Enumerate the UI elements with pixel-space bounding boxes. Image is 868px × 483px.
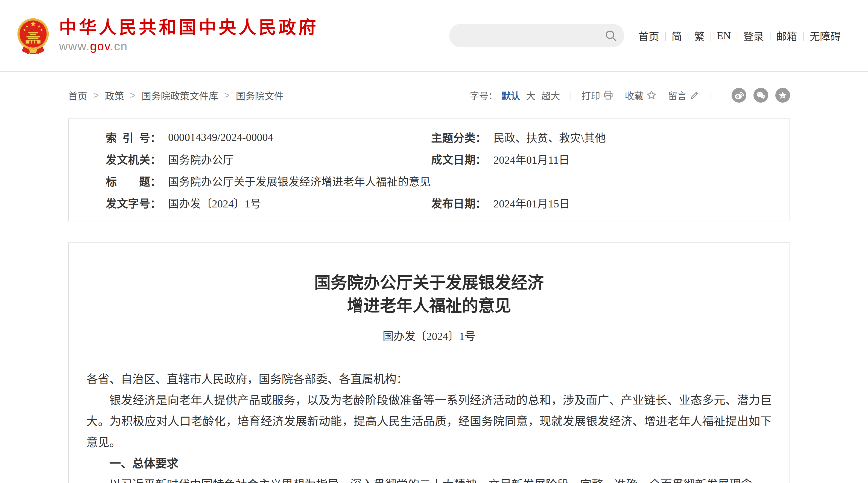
favorite-label: 收藏 [625, 89, 643, 102]
nav-separator: | [769, 30, 771, 41]
star-icon [646, 90, 657, 101]
meta-docno-label: 发文字号： [106, 195, 161, 211]
favorite-button[interactable]: 收藏 [625, 89, 657, 102]
toolbar-separator: | [570, 90, 572, 101]
share-group [732, 88, 790, 103]
nav-mail[interactable]: 邮箱 [776, 28, 797, 43]
meta-published-date: 发布日期： 2024年01月15日 [431, 192, 779, 214]
main-content: 首页 > 政策 > 国务院政策文件库 > 国务院文件 字号： 默认 大 超大 |… [68, 86, 790, 483]
national-emblem-icon [17, 17, 50, 54]
qzone-star-icon [777, 90, 788, 101]
url-mid: gov [90, 39, 110, 53]
print-button[interactable]: 打印 [582, 89, 614, 102]
weibo-icon [734, 90, 744, 101]
site-name: 中华人民共和国中央人民政府 [59, 18, 318, 37]
breadcrumb: 首页 > 政策 > 国务院政策文件库 > 国务院文件 [68, 88, 283, 102]
document-title-line2: 增进老年人福祉的意见 [347, 297, 511, 315]
meta-written-date: 成文日期： 2024年01月11日 [431, 148, 779, 170]
breadcrumb-current: 国务院文件 [236, 88, 283, 102]
print-label: 打印 [582, 89, 600, 102]
wechat-icon [756, 90, 766, 101]
meta-title-label: 标题： [106, 173, 161, 189]
printer-icon [603, 90, 614, 101]
meta-written-date-value: 2024年01月11日 [493, 151, 570, 167]
nav-login[interactable]: 登录 [743, 28, 764, 43]
share-qzone-button[interactable] [775, 88, 790, 103]
meta-docno: 发文字号： 国办发〔2024〕1号 [106, 192, 431, 214]
nav-accessibility[interactable]: 无障碍 [809, 28, 841, 43]
meta-docno-value: 国办发〔2024〕1号 [168, 195, 261, 211]
site-header: 中华人民共和国中央人民政府 www.gov.cn 首页 | 简 | 繁 | EN… [0, 0, 868, 72]
breadcrumb-policy[interactable]: 政策 [105, 88, 124, 102]
breadcrumb-library[interactable]: 国务院政策文件库 [142, 88, 218, 102]
meta-topic: 主题分类： 民政、扶贫、救灾\其他 [431, 126, 779, 148]
site-url: www.gov.cn [59, 39, 318, 53]
meta-topic-value: 民政、扶贫、救灾\其他 [493, 129, 606, 145]
search-input[interactable] [449, 24, 624, 47]
nav-simplified[interactable]: 简 [672, 28, 682, 43]
document-body: 各省、自治区、直辖市人民政府，国务院各部委、各直属机构： 银发经济是向老年人提供… [86, 369, 772, 483]
meta-title-value: 国务院办公厅关于发展银发经济增进老年人福祉的意见 [168, 173, 431, 189]
document-metadata-box: 索引号： 000014349/2024-00004 主题分类： 民政、扶贫、救灾… [68, 118, 790, 221]
nav-traditional[interactable]: 繁 [694, 28, 705, 43]
nav-english[interactable]: EN [717, 30, 731, 41]
fontsize-large-button[interactable]: 大 [526, 89, 535, 102]
fontsize-default-button[interactable]: 默认 [501, 89, 520, 102]
nav-separator: | [710, 30, 712, 41]
page-toolbar: 字号： 默认 大 超大 | 打印 收藏 留言 [470, 88, 790, 103]
nav-separator: | [687, 30, 689, 41]
meta-issuer-label: 发文机关： [106, 151, 161, 167]
nav-separator: | [802, 30, 804, 41]
document-box: 国务院办公厅关于发展银发经济 增进老年人福祉的意见 国办发〔2024〕1号 各省… [68, 243, 790, 483]
document-title-line1: 国务院办公厅关于发展银发经济 [314, 274, 544, 292]
share-wechat-button[interactable] [753, 88, 768, 103]
document-title: 国务院办公厅关于发展银发经济 增进老年人福祉的意见 [86, 272, 772, 317]
breadcrumb-separator: > [93, 90, 99, 101]
url-prefix: www. [59, 39, 90, 53]
meta-index: 索引号： 000014349/2024-00004 [106, 126, 431, 148]
url-suffix: .cn [110, 39, 128, 53]
meta-written-date-label: 成文日期： [431, 151, 486, 167]
breadcrumb-separator: > [130, 90, 135, 101]
pencil-icon [689, 90, 700, 101]
breadcrumb-home[interactable]: 首页 [68, 88, 87, 102]
salutation: 各省、自治区、直辖市人民政府，国务院各部委、各直属机构： [86, 369, 772, 390]
document-number: 国办发〔2024〕1号 [86, 327, 772, 343]
nav-home[interactable]: 首页 [638, 28, 659, 43]
comment-button[interactable]: 留言 [668, 89, 700, 102]
toolbar-separator: | [710, 90, 712, 101]
meta-title: 标题： 国务院办公厅关于发展银发经济增进老年人福祉的意见 [106, 170, 779, 192]
site-logo[interactable]: 中华人民共和国中央人民政府 www.gov.cn [17, 17, 318, 54]
meta-published-date-value: 2024年01月15日 [493, 195, 570, 211]
search-icon[interactable] [604, 29, 617, 42]
meta-topic-label: 主题分类： [431, 129, 486, 145]
share-weibo-button[interactable] [732, 88, 746, 103]
comment-label: 留言 [668, 89, 686, 102]
nav-separator: | [736, 30, 738, 41]
section-heading: 一、总体要求 [86, 453, 772, 474]
meta-index-label: 索引号： [106, 129, 161, 145]
fontsize-label: 字号： [470, 89, 498, 102]
breadcrumb-separator: > [224, 90, 230, 101]
logo-text: 中华人民共和国中央人民政府 www.gov.cn [59, 18, 318, 53]
paragraph: 银发经济是向老年人提供产品或服务，以及为老龄阶段做准备等一系列经济活动的总和，涉… [86, 390, 772, 453]
meta-published-date-label: 发布日期： [431, 195, 486, 211]
nav-separator: | [664, 30, 666, 41]
search-box[interactable] [449, 24, 624, 47]
fontsize-xlarge-button[interactable]: 超大 [541, 89, 560, 102]
meta-issuer: 发文机关： 国务院办公厅 [106, 148, 431, 170]
paragraph: 以习近平新时代中国特色社会主义思想为指导，深入贯彻党的二十大精神，立足新发展阶段… [86, 474, 772, 483]
meta-index-value: 000014349/2024-00004 [168, 131, 273, 144]
breadcrumb-toolbar-row: 首页 > 政策 > 国务院政策文件库 > 国务院文件 字号： 默认 大 超大 |… [68, 86, 790, 104]
top-nav: 首页 | 简 | 繁 | EN | 登录 | 邮箱 | 无障碍 [638, 28, 841, 43]
header-right: 首页 | 简 | 繁 | EN | 登录 | 邮箱 | 无障碍 [449, 24, 841, 47]
meta-issuer-value: 国务院办公厅 [168, 151, 234, 167]
